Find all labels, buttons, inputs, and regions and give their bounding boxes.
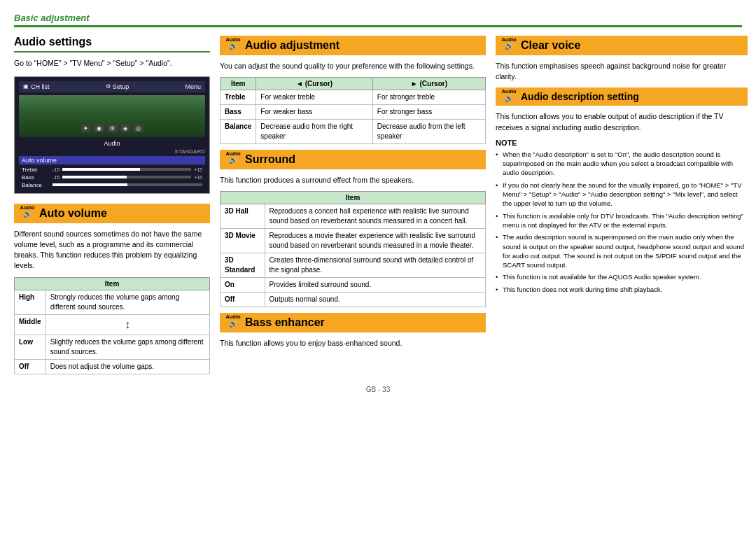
bass-enhancer-speaker-icon: 🔊 xyxy=(229,321,237,328)
bass-left: For weaker bass xyxy=(256,105,372,120)
surround-table: Item 3D Hall Reproduces a concert hall e… xyxy=(220,191,486,307)
adj-col-left: ◄ (Cursor) xyxy=(256,78,372,90)
tv-ch-list-label: ▣ CH list xyxy=(23,83,50,90)
treble-left: For weaker treble xyxy=(256,90,372,105)
auto-volume-header: Audio 🔊 Auto volume xyxy=(14,204,210,223)
note-title: NOTE xyxy=(496,139,748,147)
low-item: Low xyxy=(15,335,46,360)
adj-col-item: Item xyxy=(220,78,256,90)
bass-item: Bass xyxy=(220,105,256,120)
page-footer: GB - 33 xyxy=(14,386,742,393)
tv-menu-label: Menu xyxy=(185,83,201,90)
audio-settings-nav: Go to "HOME" > "TV Menu" > "Setup" > "Au… xyxy=(14,58,210,69)
bass-enhancer-title: Bass enhancer xyxy=(245,316,325,329)
tv-icon-2: ◉ xyxy=(94,125,104,132)
tv-treble-row: Treble -15 +15 xyxy=(19,166,205,174)
basic-adjustment-header: Basic adjustment xyxy=(14,13,742,27)
tv-bass-row: Bass -15 +15 xyxy=(19,174,205,181)
table-row: 3D Movie Reproduces a movie theater expe… xyxy=(220,229,486,253)
table-row: Balance Decrease audio from the right sp… xyxy=(220,120,486,144)
audio-desc-description: This function allows you to enable outpu… xyxy=(496,111,748,132)
tv-treble-bar xyxy=(62,168,191,171)
clear-voice-title: Clear voice xyxy=(521,39,580,52)
table-row: Treble For weaker treble For stronger tr… xyxy=(220,90,486,105)
tv-icons-row: ✦ ◉ ⚙ ◈ ◎ xyxy=(22,125,202,132)
3d-standard-item: 3D Standard xyxy=(220,253,265,278)
auto-volume-table: Item High Strongly reduces the volume ga… xyxy=(14,277,210,374)
audio-desc-title: Audio description setting xyxy=(521,91,639,102)
bass-right: For stronger bass xyxy=(372,105,485,120)
off-surround-item: Off xyxy=(220,293,265,307)
note-section: NOTE When the "Audio description" is set… xyxy=(496,139,748,294)
tv-balance-label: Balance xyxy=(22,182,50,188)
surround-badge-block: Audio 🔊 xyxy=(223,150,244,169)
high-item: High xyxy=(15,290,46,314)
surround-desc: This function produces a surround effect… xyxy=(220,175,486,185)
tv-standard-label: STANDARD xyxy=(19,148,205,155)
tv-icon-5: ◎ xyxy=(134,125,143,132)
clear-voice-header: Audio 🔊 Clear voice xyxy=(496,36,748,55)
3d-movie-item: 3D Movie xyxy=(220,229,265,253)
treble-right: For stronger treble xyxy=(372,90,485,105)
3d-movie-desc: Reproduces a movie theater experience wi… xyxy=(265,229,485,253)
audio-adjustment-badge-block: Audio 🔊 xyxy=(223,36,244,55)
balance-left: Decrease audio from the right speaker xyxy=(256,120,372,144)
auto-volume-desc: Different sound sources sometimes do not… xyxy=(14,229,210,272)
table-row: 3D Standard Creates three-dimensional su… xyxy=(220,253,486,278)
table-row: Bass For weaker bass For stronger bass xyxy=(220,105,486,120)
tv-menu-mockup: ▣ CH list ⚙ Setup Menu ✦ ◉ ⚙ ◈ ◎ xyxy=(14,76,210,194)
table-row: 3D Hall Reproduces a concert hall experi… xyxy=(220,204,486,229)
on-desc: Provides limited surround sound. xyxy=(265,278,485,293)
surround-table-header: Item xyxy=(220,192,486,204)
note-list: When the "Audio description" is set to "… xyxy=(496,150,748,294)
audio-desc-speaker-icon: 🔊 xyxy=(505,95,513,102)
bass-enhancer-badge-block: Audio 🔊 xyxy=(223,313,244,332)
note-item-1: When the "Audio description" is set to "… xyxy=(496,150,748,178)
audio-adjustment-header: Audio 🔊 Audio adjustment xyxy=(220,36,486,55)
tv-icon-1: ✦ xyxy=(81,125,90,132)
adj-col-right: ► (Cursor) xyxy=(372,78,485,90)
3d-hall-desc: Reproduces a concert hall experience wit… xyxy=(265,204,485,229)
tv-balance-row: Balance xyxy=(19,181,205,189)
tv-menu-top-bar: ▣ CH list ⚙ Setup Menu xyxy=(19,81,205,92)
bass-enhancer-header: Audio 🔊 Bass enhancer xyxy=(220,313,486,332)
middle-column: Audio 🔊 Audio adjustment You can adjust … xyxy=(220,36,486,355)
3d-hall-item: 3D Hall xyxy=(220,204,265,229)
audio-desc-badge-block: Audio 🔊 xyxy=(498,87,519,106)
audio-settings-title: Audio settings xyxy=(14,36,210,52)
audio-adjustment-table: Item ◄ (Cursor) ► (Cursor) Treble For we… xyxy=(220,77,486,144)
clear-voice-badge-block: Audio 🔊 xyxy=(498,36,519,55)
note-item-3: This function is available only for DTV … xyxy=(496,211,748,230)
clear-voice-speaker-icon: 🔊 xyxy=(505,43,513,50)
treble-item: Treble xyxy=(220,90,256,105)
tv-bass-neg: -15 xyxy=(52,175,59,180)
audio-desc-header: Audio 🔊 Audio description setting xyxy=(496,87,748,106)
auto-volume-speaker-icon: 🔊 xyxy=(23,211,31,218)
main-layout: Audio settings Go to "HOME" > "TV Menu" … xyxy=(14,36,742,374)
audio-adjustment-speaker-icon: 🔊 xyxy=(229,43,237,50)
tv-icon-3: ⚙ xyxy=(108,125,117,132)
tv-bass-label: Bass xyxy=(22,174,50,181)
tv-bass-pos: +15 xyxy=(194,175,202,180)
off-desc: Does not adjust the volume gaps. xyxy=(46,360,209,374)
right-column: Audio 🔊 Clear voice This function emphas… xyxy=(496,36,748,297)
note-item-6: This function does not work during time … xyxy=(496,285,748,294)
tv-bass-bar xyxy=(62,176,191,178)
audio-adjustment-title: Audio adjustment xyxy=(245,39,340,52)
off-surround-desc: Outputs normal sound. xyxy=(265,293,485,307)
table-row: Off Outputs normal sound. xyxy=(220,293,486,307)
note-item-5: This function is not available for the A… xyxy=(496,272,748,281)
tv-auto-volume-item: Auto volume xyxy=(19,156,205,164)
surround-header: Audio 🔊 Surround xyxy=(220,150,486,169)
table-row: Off Does not adjust the volume gaps. xyxy=(15,360,210,374)
tv-image-area: ✦ ◉ ⚙ ◈ ◎ xyxy=(19,95,205,137)
tv-balance-bar xyxy=(52,183,202,186)
table-row: Middle ↕ xyxy=(15,314,210,335)
auto-volume-badge-block: Audio 🔊 xyxy=(17,204,38,223)
table-row: On Provides limited surround sound. xyxy=(220,278,486,293)
clear-voice-desc: This function emphasises speech against … xyxy=(496,61,748,82)
tv-treble-neg: -15 xyxy=(52,167,59,172)
bass-enhancer-desc: This function allows you to enjoy bass-e… xyxy=(220,338,486,349)
auto-volume-title: Auto volume xyxy=(39,207,107,220)
note-item-4: The audio description sound is superimpo… xyxy=(496,232,748,269)
